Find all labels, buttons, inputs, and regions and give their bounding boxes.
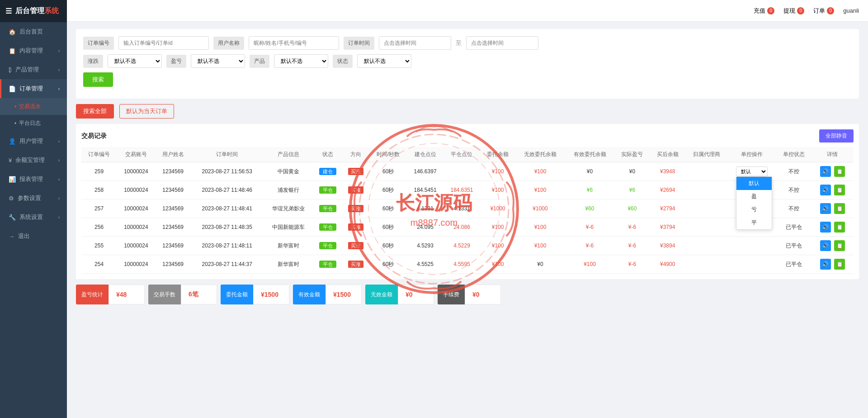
order-no-input[interactable]: [118, 36, 209, 50]
detail-icon[interactable]: 📋: [834, 240, 845, 251]
sound-icon[interactable]: 🔊: [820, 185, 831, 195]
dropdown-option-profit[interactable]: 盈: [736, 190, 772, 203]
detail-icon[interactable]: 📋: [834, 185, 845, 195]
sidebar-item-product[interactable]: ₿ 产品管理 ›: [0, 60, 67, 79]
sound-icon[interactable]: 🔊: [820, 222, 831, 233]
cell-invalid-commission: ¥1000: [515, 200, 565, 218]
col-direction: 方向: [342, 147, 369, 162]
cell-detail[interactable]: 🔊 📋: [811, 200, 854, 218]
control-select[interactable]: 默认 盈 亏 平: [736, 166, 768, 176]
cell-agent: [685, 181, 728, 200]
cell-time: 2023-08-27 11:48:11: [191, 237, 264, 255]
content-area: 订单编号 用户名称 订单时间 至 涨跌 默认不选 盈亏 默认不选 产品: [67, 22, 868, 418]
cell-detail[interactable]: 🔊 📋: [811, 162, 854, 181]
zhangdie-select[interactable]: 默认不选: [108, 54, 162, 68]
sidebar-sub-platform-log[interactable]: • 平台日志: [0, 115, 67, 132]
sidebar-item-order[interactable]: 📄 订单管理 ›: [0, 79, 67, 98]
sound-icon[interactable]: 🔊: [820, 166, 831, 177]
detail-icon[interactable]: 📋: [834, 203, 845, 214]
table-row: 254 10000024 1234569 2023-08-27 11:44:37…: [81, 255, 854, 274]
cell-seconds: 60秒: [369, 255, 407, 274]
col-username: 用户姓名: [156, 147, 191, 162]
dropdown-option-flat[interactable]: 平: [736, 216, 772, 229]
order-time-end[interactable]: [466, 36, 538, 50]
table-title: 交易记录: [81, 132, 107, 140]
detail-icon[interactable]: 📋: [834, 259, 845, 270]
col-status: 状态: [313, 147, 342, 162]
col-product: 产品信息: [264, 147, 313, 162]
cell-close-price: 24.086: [443, 218, 480, 237]
sound-icon[interactable]: 🔊: [820, 240, 831, 251]
cell-actual-profit: ¥-6: [614, 218, 650, 237]
withdraw-badge[interactable]: 提现 0: [783, 7, 804, 15]
sidebar-header: ☰ 后台管理系统: [0, 0, 67, 22]
menu-icon[interactable]: ☰: [5, 7, 12, 15]
control-dropdown[interactable]: 默认 盈 亏 平 默认 盈 亏 平: [736, 166, 768, 176]
chevron-right-icon: ›: [58, 177, 60, 182]
sidebar-item-logout[interactable]: → 退出: [0, 227, 67, 246]
mute-all-button[interactable]: 全部静音: [819, 129, 854, 142]
sidebar-item-user[interactable]: 👤 用户管理 ›: [0, 132, 67, 151]
recharge-badge[interactable]: 充值 0: [754, 7, 774, 15]
cell-detail[interactable]: 🔊 📋: [811, 237, 854, 255]
product-select[interactable]: 默认不选: [274, 54, 328, 68]
profit-select[interactable]: 默认不选: [191, 54, 245, 68]
status-tag: 平仓: [319, 186, 336, 194]
cell-detail[interactable]: 🔊 📋: [811, 255, 854, 274]
sidebar-item-dashboard[interactable]: 🏠 后台首页: [0, 22, 67, 41]
detail-icon[interactable]: 📋: [834, 166, 845, 177]
product-label: 产品: [250, 55, 269, 68]
cell-account: 10000024: [117, 200, 155, 218]
col-control-status: 单控状态: [776, 147, 811, 162]
topbar-user[interactable]: guanli: [843, 7, 859, 14]
cell-actual-profit: ¥0: [614, 162, 650, 181]
cell-status: 平仓: [313, 237, 342, 255]
cell-username: 1234569: [156, 218, 191, 237]
sidebar-item-wallet[interactable]: ¥ 余额宝管理 ›: [0, 151, 67, 170]
dropdown-option-default[interactable]: 默认: [736, 177, 772, 190]
dashboard-icon: 🏠: [9, 28, 16, 35]
cell-direction: 买涨: [342, 200, 369, 218]
sidebar-item-report[interactable]: 📊 报表管理 ›: [0, 170, 67, 189]
cell-agent: [685, 162, 728, 181]
cell-username: 1234569: [156, 200, 191, 218]
search-button[interactable]: 搜索: [83, 72, 113, 87]
sidebar: ☰ 后台管理系统 🏠 后台首页 📋 内容管理 › ₿ 产品管理 › 📄 订单管理…: [0, 0, 67, 418]
dropdown-option-loss[interactable]: 亏: [736, 203, 772, 216]
sidebar-item-params[interactable]: ⚙ 参数设置 ›: [0, 189, 67, 208]
wallet-icon: ¥: [9, 157, 12, 164]
withdraw-label: 提现: [783, 7, 795, 15]
sidebar-item-content[interactable]: 📋 内容管理 ›: [0, 41, 67, 60]
cell-direction: 买涨: [342, 218, 369, 237]
col-time: 订单时间: [191, 147, 264, 162]
cell-detail[interactable]: 🔊 📋: [811, 181, 854, 200]
sound-icon[interactable]: 🔊: [820, 203, 831, 214]
cell-valid-commission: ¥60: [565, 200, 615, 218]
cell-control-status: 已平仓: [776, 218, 811, 237]
col-order-id: 订单编号: [81, 147, 117, 162]
status-tag: 平仓: [319, 261, 336, 268]
username-input[interactable]: [249, 36, 339, 50]
filter-row-1: 订单编号 用户名称 订单时间 至: [83, 36, 852, 50]
sidebar-sub-transaction[interactable]: • 交易流水: [0, 98, 67, 115]
cell-open-price: 24.095: [407, 218, 443, 237]
cell-control-status: 已平仓: [776, 255, 811, 274]
direction-tag: 买涨: [348, 186, 363, 194]
table-header: 订单编号 交易账号 用户姓名 订单时间 产品信息 状态 方向 时间/秒数 建仓点…: [81, 147, 854, 162]
cell-valid-commission: ¥0: [565, 162, 615, 181]
status-select[interactable]: 默认不选: [357, 54, 411, 68]
commission-label: 委托金额: [221, 285, 253, 304]
order-badge[interactable]: 订单 0: [813, 7, 834, 15]
detail-icon[interactable]: 📋: [834, 222, 845, 233]
cell-control-op[interactable]: 默认 盈 亏 平 默认 盈 亏 平: [728, 162, 776, 181]
sound-icon[interactable]: 🔊: [820, 259, 831, 270]
cell-detail[interactable]: 🔊 📋: [811, 218, 854, 237]
order-time-start[interactable]: [379, 36, 451, 50]
cell-control-status: 已平仓: [776, 237, 811, 255]
fee-value: ¥0: [465, 285, 501, 304]
search-all-button[interactable]: 搜索全部: [76, 104, 114, 119]
col-control-op: 单控操作: [728, 147, 776, 162]
default-today-button[interactable]: 默认为当天订单: [119, 104, 174, 119]
sidebar-item-system[interactable]: 🔧 系统设置 ›: [0, 208, 67, 227]
col-commission: 委托余额: [480, 147, 515, 162]
